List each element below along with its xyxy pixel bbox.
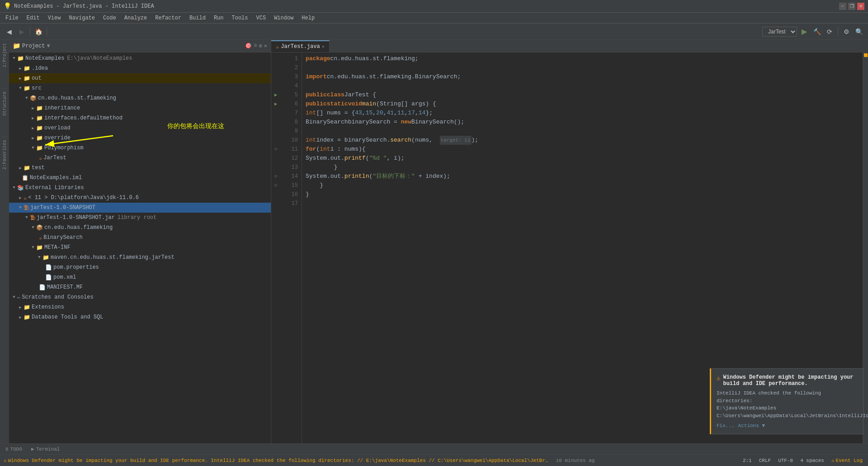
status-line-ending[interactable]: CRLF	[757, 458, 773, 463]
menu-build[interactable]: Build	[186, 14, 209, 22]
gutter-line-11[interactable]: ⊟	[271, 145, 280, 154]
status-indent[interactable]: 4 spaces	[798, 458, 826, 463]
run-main-gutter-2[interactable]: ▶	[274, 100, 278, 109]
tree-item-scratches[interactable]: ▼ ✏ Scratches and Consoles	[9, 292, 271, 302]
tree-item-overload[interactable]: ▶ 📁 overload	[9, 123, 271, 133]
tree-item-pom-props[interactable]: 📄 pom.properties	[9, 262, 271, 272]
tree-item-manifest[interactable]: 📄 MANIFEST.MF	[9, 282, 271, 292]
tree-item-jar-root[interactable]: ▼ 🗜 jarTest-1.0-SNAPSHOT.jar library roo…	[9, 213, 271, 223]
notification-actions: Fix... Actions ▼	[717, 423, 858, 428]
build-button[interactable]: 🔨	[811, 26, 822, 37]
run-config-selector[interactable]: JarTest	[762, 27, 797, 37]
search-everywhere-button[interactable]: 🔍	[854, 26, 864, 37]
panel-tab-terminal[interactable]: ▶ Terminal	[29, 446, 61, 452]
tree-item-extensions[interactable]: ▶ 📁 Extensions	[9, 302, 271, 312]
side-tab-bar: 1:Project Structure 2:Favorites	[0, 40, 9, 443]
toolbar-project-button[interactable]: 🏠	[33, 26, 44, 37]
status-position[interactable]: 2:1	[741, 458, 754, 463]
tree-item-src[interactable]: ▼ 📁 src	[9, 83, 271, 93]
fold-icon-15[interactable]: ⊟	[274, 181, 277, 190]
locate-file-button[interactable]: 🎯	[245, 43, 252, 49]
menu-tools[interactable]: Tools	[228, 14, 252, 22]
gutter-line-5[interactable]: ▶	[271, 90, 280, 100]
tree-item-test[interactable]: ▶ 📁 test	[9, 163, 271, 173]
fold-icon-14[interactable]: ⊟	[274, 172, 277, 181]
event-log-button[interactable]: ⚠ Event Log	[830, 457, 864, 463]
run-button[interactable]: ▶	[799, 26, 810, 37]
maximize-button[interactable]: ❐	[848, 3, 855, 10]
toolbar-back-button[interactable]: ◀	[4, 26, 14, 37]
tree-item-maven[interactable]: ▼ 📁 maven.cn.edu.huas.st.flameking.jarTe…	[9, 252, 271, 262]
menu-code[interactable]: Code	[99, 14, 120, 22]
run-main-gutter[interactable]: ▶	[274, 90, 278, 100]
tree-item-interfaces[interactable]: ▶ 📁 interfaces.defaultmethod	[9, 113, 271, 123]
project-settings-button[interactable]: ⚙	[259, 43, 262, 49]
minimize-button[interactable]: −	[839, 3, 846, 10]
side-tab-structure[interactable]: Structure	[1, 88, 8, 119]
close-button[interactable]: ✕	[857, 3, 864, 10]
status-time: 10 minutes ag	[554, 458, 597, 463]
line-num-2: 2	[280, 63, 298, 72]
tree-item-binarysearch[interactable]: ☕ BinarySearch	[9, 233, 271, 243]
tree-item-metainf[interactable]: ▼ 📁 META-INF	[9, 243, 271, 252]
code-line-6: public static void main(String[] args) {	[306, 100, 859, 109]
xml-icon: 📄	[45, 274, 52, 281]
menu-view[interactable]: View	[44, 14, 65, 22]
tree-label: External Libraries	[25, 185, 84, 191]
menu-navigate[interactable]: Navigate	[65, 14, 99, 22]
menu-run[interactable]: Run	[210, 14, 227, 22]
settings-button[interactable]: ⚙	[841, 26, 852, 37]
menu-refactor[interactable]: Refactor	[151, 14, 185, 22]
tree-item-iml[interactable]: 📋 NoteExamples.iml	[9, 173, 271, 183]
tree-item-override[interactable]: ▶ 📁 override	[9, 133, 271, 143]
java-tab-icon: ☕	[276, 43, 279, 50]
reload-button[interactable]: ⟳	[824, 26, 835, 37]
tree-item-database[interactable]: ▶ 📁 Database Tools and SQL	[9, 312, 271, 322]
tree-item-package-root[interactable]: ▼ 📦 cn.edu.huas.st.flameking	[9, 93, 271, 103]
tree-arrow: ▶	[30, 136, 36, 141]
tree-item-jdk[interactable]: ▶ ☕ < 11 > D:\platform\Java\jdk-11.0.6	[9, 193, 271, 203]
toolbar-forward-button[interactable]: ▶	[16, 26, 27, 37]
tree-item-polymorphism[interactable]: ▼ 📁 Polymorphism	[9, 143, 271, 153]
status-encoding[interactable]: UTF-8	[776, 458, 795, 463]
gutter-line-15[interactable]: ⊟	[271, 181, 280, 190]
menu-analyze[interactable]: Analyze	[121, 14, 151, 22]
title-bar-controls[interactable]: − ❐ ✕	[839, 3, 864, 10]
tree-item-jar-snapshot[interactable]: ▼ 🗜 jarTest-1.0-SNAPSHOT	[9, 203, 271, 213]
menu-window[interactable]: Window	[270, 14, 297, 22]
line-num-14: 14	[280, 172, 298, 181]
menu-edit[interactable]: Edit	[23, 14, 43, 22]
tab-close-button[interactable]: ✕	[322, 44, 325, 49]
side-tab-favorites[interactable]: 2:Favorites	[1, 137, 8, 172]
tree-item-idea[interactable]: ▶ 📁 .idea	[9, 63, 271, 73]
project-title-label: Project	[22, 43, 45, 49]
gutter-line-6[interactable]: ▶	[271, 100, 280, 109]
code-line-17	[306, 199, 859, 208]
panel-tab-todo[interactable]: 6 TODO	[4, 447, 24, 452]
menu-help[interactable]: Help	[298, 14, 318, 22]
tree-item-noteexamples[interactable]: ▼ 📁 NoteExamples E:\java\NoteExamples	[9, 53, 271, 63]
tab-jartest[interactable]: ☕ JarTest.java ✕	[271, 40, 330, 52]
code-line-14: System.out.println("目标的下标：" + index);	[306, 172, 859, 181]
tree-arrow: ▶	[17, 66, 24, 71]
line-num-7: 7	[280, 109, 298, 118]
tree-item-out[interactable]: ▶ 📁 out	[9, 73, 271, 83]
status-warning[interactable]: ⚠ Windows Defender might be impacting yo…	[4, 457, 551, 463]
menu-vcs[interactable]: VCS	[253, 14, 270, 22]
gutter-line-8	[271, 118, 280, 127]
notification-header: ⚠ Windows Defender might be impacting yo…	[717, 374, 858, 387]
tree-item-pom-xml[interactable]: 📄 pom.xml	[9, 272, 271, 282]
tree-item-inheritance[interactable]: ▶ 📁 inheritance	[9, 103, 271, 113]
gutter-line-14[interactable]: ⊟	[271, 172, 280, 181]
tree-item-external-libs[interactable]: ▼ 📚 External Libraries	[9, 183, 271, 193]
collapse-all-button[interactable]: ≡	[254, 43, 257, 49]
tree-arrow: ▼	[11, 185, 17, 190]
close-panel-button[interactable]: ✕	[264, 43, 267, 49]
menu-file[interactable]: File	[2, 14, 22, 22]
tree-item-jartest[interactable]: ☕ JarTest	[9, 153, 271, 163]
notification-fix-link[interactable]: Fix...	[717, 423, 735, 428]
notification-actions-link[interactable]: Actions ▼	[738, 423, 765, 428]
side-tab-project[interactable]: 1:Project	[1, 40, 8, 70]
tree-item-pkg2[interactable]: ▼ 📦 cn.edu.huas.flameking	[9, 223, 271, 233]
fold-icon-11[interactable]: ⊟	[274, 145, 277, 154]
